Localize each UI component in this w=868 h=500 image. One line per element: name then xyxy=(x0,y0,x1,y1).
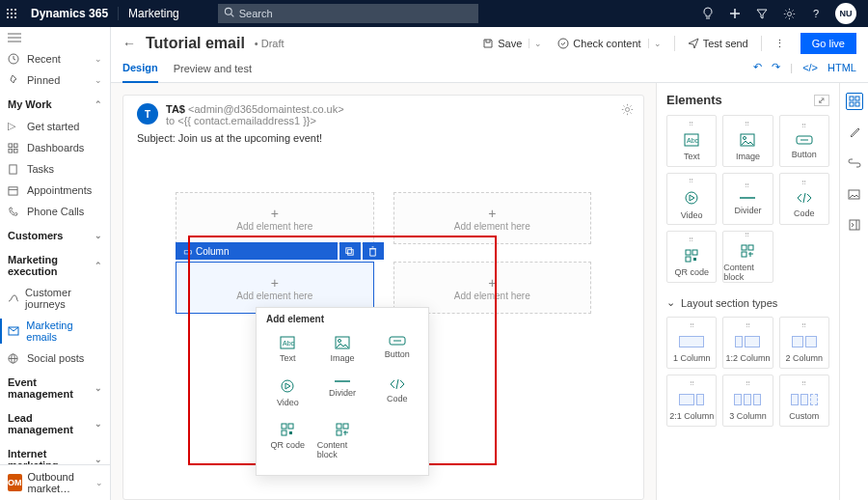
svg-rect-67 xyxy=(850,102,854,106)
popup-label: Content block xyxy=(317,440,368,459)
dropzone[interactable]: +Add element here xyxy=(176,192,374,244)
sidebar-item-customer-journeys[interactable]: Customer journeys xyxy=(0,282,110,315)
lightbulb-icon[interactable] xyxy=(700,6,716,21)
panel-title: Elements xyxy=(666,93,722,107)
save-button[interactable]: Save⌄ xyxy=(476,34,548,53)
popup-item-divider[interactable]: Divider xyxy=(315,371,370,415)
sidebar-group-customers[interactable]: Customers⌄ xyxy=(0,222,110,246)
sidebar-item-appointments[interactable]: Appointments xyxy=(0,180,110,201)
plus-icon: + xyxy=(271,206,279,221)
layout-card-21col[interactable]: ⠿2:1 Column xyxy=(666,375,717,427)
svg-rect-20 xyxy=(9,143,13,147)
undo-icon[interactable]: ↶ xyxy=(753,61,762,73)
layout-card-custom[interactable]: ⠿Custom xyxy=(779,375,829,427)
layout-title: Layout section types xyxy=(681,297,777,309)
subject-value[interactable]: Join us at the upcoming event! xyxy=(178,132,322,144)
duplicate-icon[interactable] xyxy=(339,242,361,260)
save-label: Save xyxy=(498,38,522,49)
go-live-button[interactable]: Go live xyxy=(800,33,856,54)
popup-item-text[interactable]: AbcText xyxy=(260,328,315,371)
app-launcher-icon[interactable] xyxy=(6,8,25,19)
sidebar-group-event[interactable]: Event management⌄ xyxy=(0,369,110,404)
popup-item-video[interactable]: Video xyxy=(260,371,315,415)
expand-icon[interactable]: ⤢ xyxy=(814,95,829,106)
svg-point-8 xyxy=(14,16,16,18)
html-toggle[interactable]: HTML xyxy=(827,62,856,73)
layout-card-12col[interactable]: ⠿1:2 Column xyxy=(722,317,773,369)
avatar[interactable]: NU xyxy=(835,3,856,24)
layout-card-2col[interactable]: ⠿2 Column xyxy=(779,317,829,369)
sidebar-item-tasks[interactable]: Tasks xyxy=(0,158,110,180)
settings-icon[interactable] xyxy=(621,103,634,116)
element-card-qr[interactable]: ⠿QR code xyxy=(666,231,717,283)
separator xyxy=(674,36,675,51)
sidebar-item-dashboards[interactable]: Dashboards xyxy=(0,137,110,158)
rail-image-icon[interactable] xyxy=(846,185,863,203)
popup-item-code[interactable]: Code xyxy=(369,371,424,415)
check-content-button[interactable]: Check content⌄ xyxy=(552,34,666,53)
test-send-button[interactable]: Test send xyxy=(682,34,754,53)
rail-collapse-icon[interactable] xyxy=(846,216,863,234)
filter-icon[interactable] xyxy=(754,6,770,21)
test-label: Test send xyxy=(703,38,748,49)
plus-icon[interactable] xyxy=(727,6,743,21)
delete-icon[interactable] xyxy=(363,242,384,260)
element-card-code[interactable]: ⠿Code xyxy=(779,173,829,225)
tab-preview[interactable]: Preview and test xyxy=(174,57,252,82)
sidebar-label: Social posts xyxy=(27,352,84,364)
sidebar-item-recent[interactable]: Recent⌄ xyxy=(0,48,110,69)
divider-icon xyxy=(739,195,756,201)
sidebar-group-marketing-execution[interactable]: Marketing execution⌃ xyxy=(0,246,110,282)
sidebar-item-phone-calls[interactable]: Phone Calls xyxy=(0,201,110,222)
chevron-down-icon: ⌄ xyxy=(95,75,102,85)
drag-icon: ⠿ xyxy=(746,322,750,330)
rail-link-icon[interactable] xyxy=(846,154,863,172)
layout-section-header[interactable]: ⌄Layout section types xyxy=(666,296,829,309)
tab-design[interactable]: Design xyxy=(122,56,158,83)
sidebar-group-mywork[interactable]: My Work⌃ xyxy=(0,91,110,115)
layout-card-1col[interactable]: ⠿1 Column xyxy=(666,317,717,369)
rail-style-icon[interactable] xyxy=(846,124,863,141)
drag-icon: ⠿ xyxy=(745,121,750,128)
sidebar-toggle-icon[interactable] xyxy=(0,27,110,48)
canvas-scroll[interactable]: T TA$ <admin@d365domaintest.co.uk> to <{… xyxy=(111,83,656,500)
element-card-content-block[interactable]: ⠿Content block xyxy=(722,231,773,283)
code-icon[interactable]: </> xyxy=(802,62,818,73)
element-card-video[interactable]: ⠿Video xyxy=(666,173,717,225)
sidebar: Recent⌄ Pinned⌄ My Work⌃ ▷Get started Da… xyxy=(0,27,111,500)
gear-icon[interactable] xyxy=(781,6,797,21)
rail-elements-icon[interactable] xyxy=(846,93,863,110)
layout-row-selected: ▭ Column +Add element here +Add element … xyxy=(176,262,591,314)
element-card-divider[interactable]: ⠿Divider xyxy=(722,173,773,225)
svg-rect-64 xyxy=(742,252,746,257)
sidebar-group-lead[interactable]: Lead management⌄ xyxy=(0,404,110,440)
popup-item-button[interactable]: Button xyxy=(369,328,424,371)
element-card-image[interactable]: ⠿Image xyxy=(722,115,773,167)
sidebar-item-marketing-emails[interactable]: Marketing emails xyxy=(0,315,110,347)
element-card-text[interactable]: ⠿AbcText xyxy=(666,115,717,167)
sidebar-label: Customer journeys xyxy=(25,287,102,310)
card-label: Text xyxy=(684,152,700,161)
chevron-down-icon[interactable]: ⌄ xyxy=(529,39,542,48)
popup-item-qr[interactable]: QR code xyxy=(260,415,315,467)
help-icon[interactable]: ? xyxy=(808,6,824,21)
back-icon[interactable]: ← xyxy=(122,36,136,51)
dropzone[interactable]: +Add element here xyxy=(393,192,592,244)
layout-card-3col[interactable]: ⠿3 Column xyxy=(722,375,773,427)
chevron-down-icon[interactable]: ⌄ xyxy=(648,39,662,48)
sidebar-area-switcher[interactable]: OM Outbound market… ⌄ xyxy=(0,464,111,500)
popup-item-content-block[interactable]: Content block xyxy=(315,415,370,467)
sidebar-item-get-started[interactable]: ▷Get started xyxy=(0,115,110,137)
sidebar-item-social-posts[interactable]: Social posts xyxy=(0,347,110,369)
redo-icon[interactable]: ↷ xyxy=(772,61,780,73)
svg-rect-44 xyxy=(288,424,293,429)
panel-header: Elements ⤢ xyxy=(666,93,829,115)
search-input[interactable] xyxy=(218,4,478,23)
column-label[interactable]: ▭ Column xyxy=(176,242,338,260)
dropzone[interactable]: +Add element here xyxy=(393,262,592,314)
more-icon[interactable]: ⋮ xyxy=(769,34,791,54)
sidebar-item-pinned[interactable]: Pinned⌄ xyxy=(0,69,110,91)
dropzone-selected[interactable]: +Add element here xyxy=(176,262,374,314)
element-card-button[interactable]: ⠿Button xyxy=(779,115,829,167)
popup-item-image[interactable]: Image xyxy=(315,328,370,371)
